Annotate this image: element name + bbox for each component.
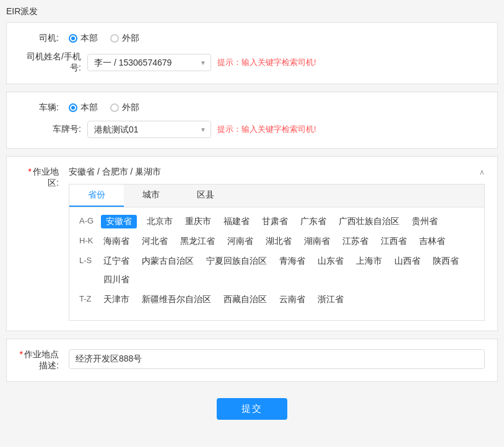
- tab-district[interactable]: 区县: [178, 184, 233, 207]
- vehicle-hint: 提示：输入关键字检索司机!: [217, 124, 316, 135]
- province-list-container: A-G 安徽省 北京市 重庆市 福建省 甘肃省 广东省 广西壮族自治区 贵州省: [69, 207, 484, 320]
- province-row-hk: H-K 海南省 河北省 黑龙江省 河南省 湖北省 湖南省 江苏省 江西省 吉林省: [79, 235, 474, 248]
- driver-name-label: 司机姓名/手机号:: [19, 51, 87, 74]
- driver-select[interactable]: 李一 / 15306574679: [87, 54, 211, 71]
- vehicle-external-radio[interactable]: 外部: [110, 102, 139, 113]
- province-item-shaanxi[interactable]: 陕西省: [430, 254, 461, 268]
- driver-internal-radio[interactable]: 本部: [69, 33, 98, 44]
- province-item-guangxi[interactable]: 广西壮族自治区: [336, 215, 402, 228]
- vehicle-select[interactable]: 港航测试01: [87, 121, 211, 138]
- desc-label: 作业地点描述:: [19, 349, 69, 371]
- province-item-jilin[interactable]: 吉林省: [417, 235, 448, 248]
- province-item-qinghai[interactable]: 青海省: [277, 254, 308, 268]
- province-item-chongqing[interactable]: 重庆市: [183, 215, 214, 228]
- desc-input[interactable]: [69, 349, 485, 369]
- province-item-shandong[interactable]: 山东省: [315, 254, 346, 268]
- province-item-zhejiang[interactable]: 浙江省: [315, 293, 346, 306]
- province-item-henan[interactable]: 河南省: [225, 235, 256, 248]
- collapse-icon[interactable]: ∧: [479, 168, 485, 176]
- region-picker: 省份 城市 区县 A-G 安徽省 北京市 重庆市 福建省 甘肃省: [69, 184, 485, 321]
- province-item-hebei[interactable]: 河北省: [139, 235, 170, 248]
- driver-internal-label: 本部: [80, 33, 98, 44]
- driver-internal-radio-icon: [69, 34, 77, 43]
- province-item-heilongjiang[interactable]: 黑龙江省: [178, 235, 217, 248]
- province-item-fujian[interactable]: 福建省: [221, 215, 252, 228]
- region-row: 作业地区: 安徽省 / 合肥市 / 巢湖市 ∧ 省份 城市 区县 A-G: [19, 167, 485, 321]
- province-item-jiangsu[interactable]: 江苏省: [340, 235, 371, 248]
- vehicle-label: 车辆:: [19, 102, 69, 113]
- province-item-hunan[interactable]: 湖南省: [302, 235, 332, 248]
- driver-type-row: 司机: 本部 外部: [19, 33, 485, 44]
- province-item-liaoning[interactable]: 辽宁省: [101, 254, 132, 268]
- desc-section: 作业地点描述:: [6, 339, 498, 382]
- province-item-ningxia[interactable]: 宁夏回族自治区: [204, 254, 269, 268]
- range-label-ls: L-S: [79, 254, 101, 265]
- desc-row: 作业地点描述:: [19, 349, 485, 371]
- driver-name-row: 司机姓名/手机号: 李一 / 15306574679 ▼ 提示：输入关键字检索司…: [19, 51, 485, 74]
- vehicle-internal-radio[interactable]: 本部: [69, 102, 98, 113]
- province-item-gansu[interactable]: 甘肃省: [259, 215, 290, 228]
- region-value: 安徽省 / 合肥市 / 巢湖市: [69, 167, 161, 178]
- province-item-shanghai[interactable]: 上海市: [354, 254, 385, 268]
- region-tabs: 省份 城市 区县: [69, 184, 484, 207]
- submit-area: 提交: [6, 392, 498, 432]
- region-label: 作业地区:: [19, 167, 69, 189]
- range-label-ag: A-G: [79, 215, 101, 225]
- tab-city[interactable]: 城市: [124, 184, 178, 207]
- province-item-neimenggu[interactable]: 内蒙古自治区: [139, 254, 196, 268]
- page-title: EIR派发: [6, 6, 498, 17]
- vehicle-select-wrapper: 港航测试01 ▼: [87, 121, 211, 138]
- province-item-xinjiang[interactable]: 新疆维吾尔自治区: [139, 293, 214, 306]
- province-list-ls: 辽宁省 内蒙古自治区 宁夏回族自治区 青海省 山东省 上海市 山西省 陕西省 四…: [101, 254, 474, 287]
- region-content-wrapper: 安徽省 / 合肥市 / 巢湖市 ∧ 省份 城市 区县 A-G 安徽省 北京市: [69, 167, 485, 321]
- vehicle-external-radio-icon: [110, 103, 119, 112]
- driver-select-wrapper: 李一 / 15306574679 ▼: [87, 54, 211, 71]
- driver-label: 司机:: [19, 33, 69, 44]
- province-item-yunnan[interactable]: 云南省: [277, 293, 308, 306]
- province-item-hainan[interactable]: 海南省: [101, 235, 132, 248]
- vehicle-internal-label: 本部: [80, 102, 98, 113]
- province-item-sichuan[interactable]: 四川省: [101, 273, 132, 287]
- province-list-ag: 安徽省 北京市 重庆市 福建省 甘肃省 广东省 广西壮族自治区 贵州省: [101, 215, 474, 228]
- vehicle-plate-label: 车牌号:: [19, 124, 87, 135]
- vehicle-type-row: 车辆: 本部 外部: [19, 102, 485, 113]
- province-item-guangdong[interactable]: 广东省: [298, 215, 329, 228]
- driver-hint: 提示：输入关键字检索司机!: [217, 57, 316, 68]
- region-display: 安徽省 / 合肥市 / 巢湖市 ∧: [69, 167, 485, 178]
- province-item-beijing[interactable]: 北京市: [144, 215, 175, 228]
- vehicle-external-label: 外部: [122, 102, 139, 113]
- province-item-jiangxi[interactable]: 江西省: [378, 235, 409, 248]
- region-section: 作业地区: 安徽省 / 合肥市 / 巢湖市 ∧ 省份 城市 区县 A-G: [6, 156, 498, 331]
- province-item-anhui[interactable]: 安徽省: [101, 215, 137, 228]
- province-item-guizhou[interactable]: 贵州省: [409, 215, 440, 228]
- vehicle-internal-radio-icon: [69, 103, 77, 112]
- driver-external-radio[interactable]: 外部: [110, 33, 139, 44]
- province-item-hubei[interactable]: 湖北省: [263, 235, 294, 248]
- tab-province[interactable]: 省份: [69, 184, 124, 207]
- province-row-tz: T-Z 天津市 新疆维吾尔自治区 西藏自治区 云南省 浙江省: [79, 293, 474, 306]
- province-list-tz: 天津市 新疆维吾尔自治区 西藏自治区 云南省 浙江省: [101, 293, 474, 306]
- driver-section: 司机: 本部 外部 司机姓名/手机号: 李一 / 15306574679 ▼ 提…: [6, 22, 498, 84]
- province-row-ag: A-G 安徽省 北京市 重庆市 福建省 甘肃省 广东省 广西壮族自治区 贵州省: [79, 215, 474, 228]
- province-row-ls: L-S 辽宁省 内蒙古自治区 宁夏回族自治区 青海省 山东省 上海市 山西省 陕…: [79, 254, 474, 287]
- vehicle-radio-group: 本部 外部: [69, 102, 139, 113]
- province-list-hk: 海南省 河北省 黑龙江省 河南省 湖北省 湖南省 江苏省 江西省 吉林省: [101, 235, 474, 248]
- range-label-hk: H-K: [79, 235, 101, 245]
- province-item-tianjin[interactable]: 天津市: [101, 293, 132, 306]
- province-item-shanxi[interactable]: 山西省: [392, 254, 423, 268]
- submit-button[interactable]: 提交: [217, 398, 287, 420]
- driver-radio-group: 本部 外部: [69, 33, 139, 44]
- vehicle-plate-row: 车牌号: 港航测试01 ▼ 提示：输入关键字检索司机!: [19, 121, 485, 138]
- province-item-xizang[interactable]: 西藏自治区: [221, 293, 269, 306]
- vehicle-section: 车辆: 本部 外部 车牌号: 港航测试01 ▼ 提示：输入关键字检索司机!: [6, 92, 498, 149]
- driver-external-radio-icon: [110, 34, 119, 43]
- range-label-tz: T-Z: [79, 293, 101, 303]
- driver-external-label: 外部: [122, 33, 139, 44]
